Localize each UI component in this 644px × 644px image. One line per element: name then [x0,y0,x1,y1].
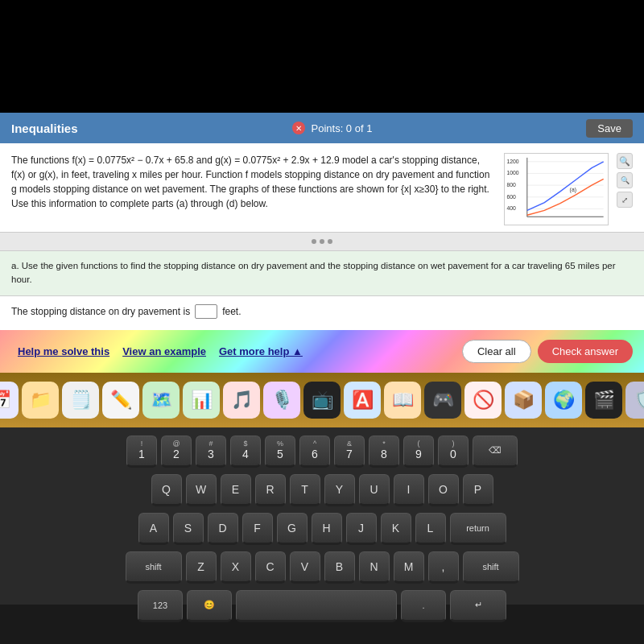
more-help-button[interactable]: Get more help ▲ [213,341,309,362]
key-x[interactable]: X [221,551,251,584]
key-r[interactable]: R [255,474,286,506]
answer-section: The stopping distance on dry pavement is… [0,296,644,330]
key-m[interactable]: M [394,551,424,584]
key-o[interactable]: O [428,474,459,506]
dock-icon-block[interactable]: 🚫 [464,382,502,419]
dock-icon-podcasts[interactable]: 🎙️ [263,382,300,419]
dock-icon-appstore[interactable]: 🅰️ [344,382,381,419]
keyboard-row-1: !1 @2 #3 $4 %5 ^6 &7 *8 (9 )0 ⌫ [10,436,634,468]
key-6[interactable]: ^6 [299,436,330,468]
close-icon[interactable]: ✕ [292,122,305,134]
key-0[interactable]: )0 [438,436,469,468]
key-p[interactable]: P [463,474,493,506]
top-black-bar [0,0,644,113]
key-7[interactable]: &7 [334,436,365,468]
save-button[interactable]: Save [586,119,633,138]
key-n[interactable]: N [359,551,390,584]
svg-text:(a): (a) [570,187,576,193]
dock-icon-music[interactable]: 🎵 [223,382,260,419]
answer-suffix: feet. [222,306,241,317]
dock-icon-notes[interactable]: 🗒️ [62,382,99,419]
key-enter[interactable]: ↵ [450,590,506,622]
dock-icon-tv[interactable]: 📺 [303,382,341,419]
keyboard-row-2: Q W E R T Y U I O P [10,474,634,506]
svg-text:600: 600 [506,194,516,200]
key-shift-right[interactable]: shift [463,551,519,584]
key-2[interactable]: @2 [161,436,192,468]
problem-text: The functions f(x) = 0.0775x² − 0.7x + 6… [11,153,496,225]
dock-icon-calendar[interactable]: 📅 [0,382,19,419]
divider-dots [312,239,332,244]
svg-text:1200: 1200 [506,159,518,164]
graph-box: 1200 1000 800 600 400 (a) [504,153,609,225]
view-example-button[interactable]: View an example [116,341,213,362]
key-j[interactable]: J [346,513,377,545]
dock-icon-video[interactable]: 🎬 [585,382,622,419]
check-answer-button[interactable]: Check answer [538,340,633,363]
keyboard-row-5: 123 😊 . ↵ [10,590,634,622]
key-t[interactable]: T [290,474,320,506]
divider [0,232,644,251]
dock-icon-files2[interactable]: 📦 [505,382,542,419]
key-v[interactable]: V [290,551,320,584]
graph-icon-group: 🔍 🔍 ⤢ [617,153,633,208]
expand-icon[interactable]: ⤢ [617,192,633,208]
key-c[interactable]: C [255,551,286,584]
key-y[interactable]: Y [324,474,355,506]
key-3[interactable]: #3 [196,436,226,468]
key-9[interactable]: (9 [403,436,434,468]
answer-input[interactable] [195,304,217,319]
key-s[interactable]: S [173,513,204,545]
question-section: a. Use the given functions to find the s… [0,251,644,296]
svg-text:400: 400 [506,205,516,211]
key-d[interactable]: D [208,513,238,545]
key-e[interactable]: E [221,474,251,506]
dock-icon-game[interactable]: 🎮 [424,382,461,419]
key-return[interactable]: return [450,513,506,545]
help-solve-button[interactable]: Help me solve this [11,341,116,362]
dock-area: 📅 📁 🗒️ ✏️ 🗺️ 📊 🎵 🎙️ 📺 🅰️ 📖 🎮 🚫 📦 🌍 🎬 🛡️ [0,373,644,427]
key-4[interactable]: $4 [230,436,261,468]
keyboard-area: !1 @2 #3 $4 %5 ^6 &7 *8 (9 )0 ⌫ Q W E R … [0,427,644,605]
zoom-out-icon[interactable]: 🔍 [617,172,633,188]
key-1[interactable]: !1 [126,436,157,468]
key-8[interactable]: *8 [369,436,399,468]
svg-text:800: 800 [506,182,516,188]
key-h[interactable]: H [312,513,342,545]
key-b[interactable]: B [324,551,355,584]
svg-text:1000: 1000 [506,170,518,175]
dock-icon-files[interactable]: 📁 [22,382,59,419]
key-5[interactable]: %5 [265,436,295,468]
key-i[interactable]: I [394,474,424,506]
page-title: Inequalities [11,122,78,135]
dock-icon-books[interactable]: 📖 [384,382,421,419]
key-a[interactable]: A [138,513,169,545]
key-123[interactable]: 123 [138,590,183,622]
key-w[interactable]: W [186,474,217,506]
keyboard-row-4: shift Z X C V B N M , shift [10,551,634,584]
keyboard-row-3: A S D F G H J K L return [10,513,634,545]
key-delete[interactable]: ⌫ [473,436,518,468]
zoom-in-icon[interactable]: 🔍 [617,153,633,169]
header-bar: Inequalities ✕ Points: 0 of 1 Save [0,113,644,143]
graph-svg: 1200 1000 800 600 400 (a) [505,154,608,225]
dock-icon-numbers[interactable]: 📊 [183,382,220,419]
dock-icon-maps2[interactable]: 🌍 [545,382,582,419]
key-l[interactable]: L [415,513,446,545]
key-comma[interactable]: , [428,551,459,584]
key-g[interactable]: G [277,513,308,545]
key-shift-left[interactable]: shift [126,551,182,584]
key-space[interactable] [236,590,397,622]
dock-icon-security[interactable]: 🛡️ [625,382,644,419]
key-q[interactable]: Q [151,474,182,506]
dock-icon-maps[interactable]: 🗺️ [142,382,180,419]
key-f[interactable]: F [242,513,273,545]
key-k[interactable]: K [381,513,411,545]
dock-icon-edit[interactable]: ✏️ [102,382,139,419]
clear-all-button[interactable]: Clear all [462,340,531,363]
key-z[interactable]: Z [186,551,217,584]
answer-line: The stopping distance on dry pavement is… [11,304,633,319]
key-period[interactable]: . [401,590,446,622]
key-emoji[interactable]: 😊 [187,590,232,622]
key-u[interactable]: U [359,474,390,506]
